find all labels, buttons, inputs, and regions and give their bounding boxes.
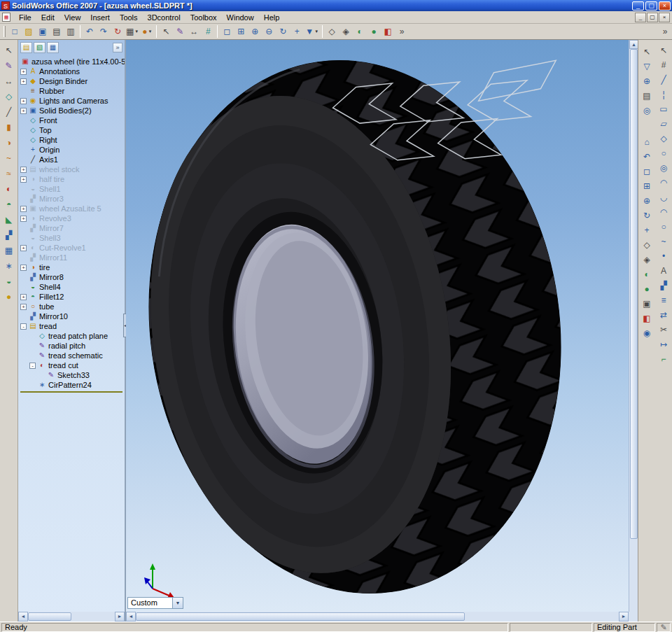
print-button[interactable]: ▤▼ <box>50 24 64 38</box>
tree-item-expander[interactable]: - <box>20 323 27 330</box>
smart-dimension-tool-button[interactable]: ↔ <box>1 74 16 87</box>
select-sketch-button[interactable]: ↖ <box>657 43 671 57</box>
edit-color-button[interactable]: ●▼ <box>140 24 154 38</box>
swept-boss-button[interactable]: ~ <box>1 151 16 164</box>
menu-item[interactable]: Window <box>222 12 259 23</box>
three-point-arc-button[interactable]: ◠ <box>657 205 671 218</box>
hide-show-items-button[interactable]: ◎ <box>640 104 654 117</box>
tree-item[interactable]: ▞ Mirror10 <box>18 311 125 321</box>
menu-item[interactable]: Toolbox <box>186 12 222 23</box>
hidden-lines-mode-button[interactable]: ◈ <box>640 253 654 266</box>
wireframe-mode-button[interactable]: ◇ <box>640 238 654 251</box>
sketch-button[interactable]: ✎▼ <box>173 24 187 38</box>
doc-restore-button[interactable]: ▢ <box>647 13 658 22</box>
mirror-feature-button[interactable]: ▞ <box>1 228 16 241</box>
shaded-mode-button[interactable]: ● <box>640 282 654 295</box>
tree-item[interactable]: + ▣ Solid Bodies(2) <box>18 106 125 115</box>
selection-filter-button[interactable]: ▽ <box>640 59 654 73</box>
sketch-fillet-button[interactable]: ⌐ <box>657 352 671 365</box>
smart-dimension-button[interactable]: ↔▼ <box>187 24 201 38</box>
tree-item[interactable]: ▞ Mirror3 <box>18 194 125 204</box>
trim-entities-button[interactable]: ✂ <box>657 323 671 336</box>
mirror-entities-button[interactable]: ▞ <box>657 279 671 292</box>
close-button[interactable]: × <box>659 1 671 10</box>
sketch-tool-button[interactable]: ✎ <box>1 59 16 72</box>
tree-item[interactable]: ╱ Axis1 <box>18 155 125 164</box>
tree-item-expander[interactable]: + <box>20 98 27 104</box>
revolved-boss-button[interactable]: ◑ <box>1 136 16 149</box>
appearance-button[interactable]: ● <box>1 290 16 303</box>
fillet-button[interactable]: ◓ <box>1 197 16 211</box>
tree-item-expander[interactable]: + <box>20 304 27 310</box>
shaded-button[interactable]: ●▼ <box>367 24 381 38</box>
pan-button[interactable]: +▼ <box>290 24 304 38</box>
tree-item[interactable]: - ▤ tread <box>18 321 125 331</box>
tree-scroll-left-button[interactable]: ◄ <box>18 612 28 622</box>
tree-item[interactable]: ◒ Shell4 <box>18 282 125 292</box>
save-button[interactable]: ▣▼ <box>36 24 50 38</box>
tree-item[interactable]: + ◆ Design Binder <box>18 76 125 86</box>
rollback-bar[interactable] <box>20 391 122 393</box>
toolbar-overflow-button-2[interactable]: » <box>658 24 672 38</box>
camera-view-button[interactable]: ◉ <box>640 326 654 339</box>
section-button[interactable]: ◧ <box>640 311 654 325</box>
reference-axis-button[interactable]: ╱ <box>1 105 16 118</box>
toolbar-overflow-button[interactable]: » <box>395 24 409 38</box>
perimeter-circle-button[interactable]: ◎ <box>657 161 671 174</box>
select-button[interactable]: ↖▼ <box>159 24 173 38</box>
new-button[interactable]: □▼ <box>8 24 22 38</box>
rotate-view-button[interactable]: ↻▼ <box>276 24 290 38</box>
doc-minimize-button[interactable]: _ <box>635 13 646 22</box>
select-tool-button[interactable]: ↖ <box>1 43 16 57</box>
extruded-cut-button[interactable]: ◐ <box>1 182 16 195</box>
tree-item[interactable]: ▞ Mirror11 <box>18 253 125 262</box>
chevron-down-icon[interactable]: ▼ <box>172 598 183 608</box>
tree-item[interactable]: + ◑ half tire <box>18 174 125 184</box>
lofted-boss-button[interactable]: ≈ <box>1 167 16 180</box>
point-button[interactable]: • <box>657 249 671 262</box>
zoom-area-button[interactable]: ⊞ <box>640 179 654 192</box>
tree-item-expander[interactable]: + <box>20 265 27 271</box>
menu-item[interactable]: View <box>59 12 86 23</box>
configurationmanager-tab[interactable]: ▦ <box>47 42 59 53</box>
graphics-area[interactable]: Custom ▼ <box>126 40 629 612</box>
maximize-button[interactable]: ▢ <box>645 1 657 10</box>
tree-scroll-thumb[interactable] <box>28 612 71 621</box>
document-properties-button[interactable]: ▤ <box>640 89 654 102</box>
section-view-button[interactable]: ◧▼ <box>381 24 395 38</box>
tangent-arc-button[interactable]: ◡ <box>657 190 671 204</box>
tree-item-expander[interactable]: + <box>20 69 27 75</box>
zoom-out-button[interactable]: ⊖▼ <box>262 24 276 38</box>
pan-view-button[interactable]: + <box>640 223 654 237</box>
extend-entities-button[interactable]: ↦ <box>657 337 671 351</box>
tree-item[interactable]: ▞ Mirror8 <box>18 272 125 282</box>
chamfer-button[interactable]: ◣ <box>1 213 16 226</box>
redo-button[interactable]: ↷▼ <box>97 24 111 38</box>
parallelogram-button[interactable]: ▱ <box>657 117 671 130</box>
viewport-scroll-right-button[interactable]: ► <box>619 612 629 622</box>
offset-entities-button[interactable]: ≡ <box>657 293 671 307</box>
tree-item[interactable]: + ▣ wheel AzusaLite 5 <box>18 204 125 213</box>
tree-item[interactable]: ◒ Shell3 <box>18 233 125 243</box>
ellipse-button[interactable]: ○ <box>657 220 671 233</box>
zoom-fit-button[interactable]: ◻ <box>640 164 654 178</box>
tree-item[interactable]: + ◑ tire <box>18 262 125 272</box>
viewport-vertical-scrollbar[interactable]: ▲ <box>629 40 638 612</box>
tree-item-expander[interactable]: + <box>20 167 27 173</box>
reference-plane-button[interactable]: ◇ <box>1 90 16 103</box>
undo-button[interactable]: ↶▼ <box>83 24 97 38</box>
previous-view-button[interactable]: ↶ <box>640 150 654 163</box>
tree-item[interactable]: ▞ Mirror7 <box>18 223 125 233</box>
polygon-button[interactable]: ◇ <box>657 132 671 145</box>
tree-item-expander[interactable]: - <box>29 363 36 369</box>
tree-item[interactable]: ◇ tread patch plane <box>18 331 125 341</box>
shaded-edges-mode-button[interactable]: ◐ <box>640 267 654 281</box>
select-arrow-button[interactable]: ↖ <box>640 45 654 58</box>
menu-item[interactable]: Tools <box>115 12 143 23</box>
shell-feature-button[interactable]: ◒ <box>1 274 16 288</box>
extruded-boss-button[interactable]: ▮ <box>1 120 16 134</box>
tree-item[interactable]: + ◓ Fillet12 <box>18 292 125 302</box>
shaded-with-edges-button[interactable]: ◐▼ <box>353 24 367 38</box>
menu-item[interactable]: Help <box>259 12 285 23</box>
tree-item[interactable]: ✎ Sketch33 <box>18 370 125 380</box>
